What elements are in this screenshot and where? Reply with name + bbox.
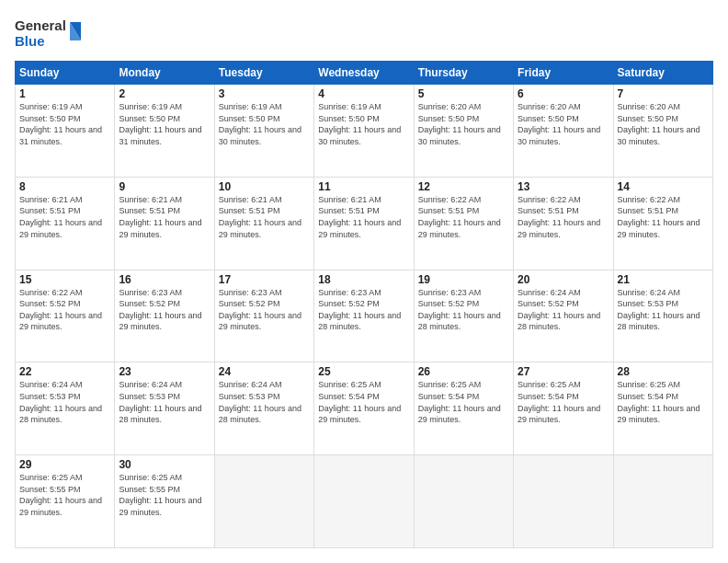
- calendar-cell: 30Sunrise: 6:25 AMSunset: 5:55 PMDayligh…: [115, 455, 214, 548]
- calendar-cell: [613, 455, 712, 548]
- calendar-cell: 16Sunrise: 6:23 AMSunset: 5:52 PMDayligh…: [115, 270, 214, 362]
- svg-text:Blue: Blue: [15, 33, 45, 49]
- calendar-cell: 7Sunrise: 6:20 AMSunset: 5:50 PMDaylight…: [613, 85, 712, 178]
- day-info: Sunrise: 6:20 AMSunset: 5:50 PMDaylight:…: [518, 101, 609, 147]
- day-number: 9: [119, 180, 210, 193]
- calendar-cell: 3Sunrise: 6:19 AMSunset: 5:50 PMDaylight…: [214, 85, 313, 178]
- day-number: 24: [219, 365, 310, 378]
- calendar-cell: 9Sunrise: 6:21 AMSunset: 5:51 PMDaylight…: [115, 177, 214, 270]
- day-number: 4: [318, 87, 409, 100]
- day-info: Sunrise: 6:21 AMSunset: 5:51 PMDaylight:…: [19, 194, 110, 240]
- day-number: 27: [518, 365, 609, 378]
- calendar-page: GeneralBlue SundayMondayTuesdayWednesday…: [0, 0, 728, 563]
- calendar-cell: 27Sunrise: 6:25 AMSunset: 5:54 PMDayligh…: [514, 362, 613, 455]
- day-number: 7: [618, 87, 709, 100]
- day-info: Sunrise: 6:24 AMSunset: 5:53 PMDaylight:…: [19, 379, 110, 425]
- calendar-cell: 21Sunrise: 6:24 AMSunset: 5:53 PMDayligh…: [613, 270, 712, 362]
- calendar-cell: 10Sunrise: 6:21 AMSunset: 5:51 PMDayligh…: [214, 177, 313, 270]
- calendar-cell: 24Sunrise: 6:24 AMSunset: 5:53 PMDayligh…: [214, 362, 313, 455]
- weekday-header-row: SundayMondayTuesdayWednesdayThursdayFrid…: [16, 62, 713, 85]
- day-info: Sunrise: 6:23 AMSunset: 5:52 PMDaylight:…: [418, 287, 509, 333]
- logo: GeneralBlue: [15, 15, 88, 52]
- day-info: Sunrise: 6:25 AMSunset: 5:54 PMDaylight:…: [618, 379, 709, 425]
- day-number: 30: [119, 458, 210, 471]
- day-number: 18: [318, 273, 409, 286]
- calendar-cell: 19Sunrise: 6:23 AMSunset: 5:52 PMDayligh…: [414, 270, 513, 362]
- day-info: Sunrise: 6:19 AMSunset: 5:50 PMDaylight:…: [318, 101, 409, 147]
- calendar-cell: 2Sunrise: 6:19 AMSunset: 5:50 PMDaylight…: [115, 85, 214, 178]
- calendar-cell: [214, 455, 313, 548]
- day-number: 3: [219, 87, 310, 100]
- day-number: 1: [19, 87, 110, 100]
- svg-text:General: General: [15, 17, 66, 33]
- calendar-cell: 15Sunrise: 6:22 AMSunset: 5:52 PMDayligh…: [16, 270, 115, 362]
- day-info: Sunrise: 6:25 AMSunset: 5:55 PMDaylight:…: [119, 472, 210, 518]
- day-info: Sunrise: 6:20 AMSunset: 5:50 PMDaylight:…: [618, 101, 709, 147]
- day-number: 12: [418, 180, 509, 193]
- day-number: 17: [219, 273, 310, 286]
- day-info: Sunrise: 6:25 AMSunset: 5:54 PMDaylight:…: [518, 379, 609, 425]
- day-number: 10: [219, 180, 310, 193]
- week-row-4: 29Sunrise: 6:25 AMSunset: 5:55 PMDayligh…: [16, 455, 713, 548]
- weekday-header-thursday: Thursday: [414, 62, 513, 85]
- day-number: 23: [119, 365, 210, 378]
- calendar-cell: 1Sunrise: 6:19 AMSunset: 5:50 PMDaylight…: [16, 85, 115, 178]
- day-number: 15: [19, 273, 110, 286]
- calendar-cell: 6Sunrise: 6:20 AMSunset: 5:50 PMDaylight…: [514, 85, 613, 178]
- day-number: 14: [618, 180, 709, 193]
- day-number: 25: [318, 365, 409, 378]
- day-number: 13: [518, 180, 609, 193]
- day-info: Sunrise: 6:25 AMSunset: 5:54 PMDaylight:…: [418, 379, 509, 425]
- day-number: 28: [618, 365, 709, 378]
- weekday-header-tuesday: Tuesday: [214, 62, 313, 85]
- day-number: 8: [19, 180, 110, 193]
- calendar-cell: 25Sunrise: 6:25 AMSunset: 5:54 PMDayligh…: [314, 362, 414, 455]
- day-number: 11: [318, 180, 409, 193]
- day-info: Sunrise: 6:21 AMSunset: 5:51 PMDaylight:…: [219, 194, 310, 240]
- calendar-cell: 11Sunrise: 6:21 AMSunset: 5:51 PMDayligh…: [314, 177, 414, 270]
- calendar-cell: [514, 455, 613, 548]
- day-info: Sunrise: 6:22 AMSunset: 5:51 PMDaylight:…: [418, 194, 509, 240]
- day-info: Sunrise: 6:24 AMSunset: 5:52 PMDaylight:…: [518, 287, 609, 333]
- calendar-cell: [414, 455, 513, 548]
- week-row-2: 15Sunrise: 6:22 AMSunset: 5:52 PMDayligh…: [16, 270, 713, 362]
- day-info: Sunrise: 6:24 AMSunset: 5:53 PMDaylight:…: [119, 379, 210, 425]
- calendar-cell: 23Sunrise: 6:24 AMSunset: 5:53 PMDayligh…: [115, 362, 214, 455]
- calendar-cell: 17Sunrise: 6:23 AMSunset: 5:52 PMDayligh…: [214, 270, 313, 362]
- day-info: Sunrise: 6:22 AMSunset: 5:51 PMDaylight:…: [618, 194, 709, 240]
- calendar-cell: 13Sunrise: 6:22 AMSunset: 5:51 PMDayligh…: [514, 177, 613, 270]
- calendar-cell: 12Sunrise: 6:22 AMSunset: 5:51 PMDayligh…: [414, 177, 513, 270]
- day-number: 2: [119, 87, 210, 100]
- day-info: Sunrise: 6:21 AMSunset: 5:51 PMDaylight:…: [119, 194, 210, 240]
- weekday-header-saturday: Saturday: [613, 62, 712, 85]
- day-info: Sunrise: 6:25 AMSunset: 5:55 PMDaylight:…: [19, 472, 110, 518]
- day-number: 6: [518, 87, 609, 100]
- day-number: 20: [518, 273, 609, 286]
- calendar-cell: 18Sunrise: 6:23 AMSunset: 5:52 PMDayligh…: [314, 270, 414, 362]
- logo-svg: GeneralBlue: [15, 15, 88, 52]
- calendar-cell: 5Sunrise: 6:20 AMSunset: 5:50 PMDaylight…: [414, 85, 513, 178]
- day-info: Sunrise: 6:24 AMSunset: 5:53 PMDaylight:…: [618, 287, 709, 333]
- week-row-0: 1Sunrise: 6:19 AMSunset: 5:50 PMDaylight…: [16, 85, 713, 178]
- weekday-header-friday: Friday: [514, 62, 613, 85]
- weekday-header-wednesday: Wednesday: [314, 62, 414, 85]
- calendar-cell: 28Sunrise: 6:25 AMSunset: 5:54 PMDayligh…: [613, 362, 712, 455]
- day-number: 19: [418, 273, 509, 286]
- day-number: 26: [418, 365, 509, 378]
- day-info: Sunrise: 6:20 AMSunset: 5:50 PMDaylight:…: [418, 101, 509, 147]
- day-info: Sunrise: 6:23 AMSunset: 5:52 PMDaylight:…: [318, 287, 409, 333]
- day-info: Sunrise: 6:23 AMSunset: 5:52 PMDaylight:…: [119, 287, 210, 333]
- weekday-header-sunday: Sunday: [16, 62, 115, 85]
- header: GeneralBlue: [15, 15, 713, 52]
- calendar-table: SundayMondayTuesdayWednesdayThursdayFrid…: [15, 61, 713, 548]
- calendar-cell: 22Sunrise: 6:24 AMSunset: 5:53 PMDayligh…: [16, 362, 115, 455]
- calendar-cell: 29Sunrise: 6:25 AMSunset: 5:55 PMDayligh…: [16, 455, 115, 548]
- calendar-cell: [314, 455, 414, 548]
- day-info: Sunrise: 6:24 AMSunset: 5:53 PMDaylight:…: [219, 379, 310, 425]
- day-info: Sunrise: 6:25 AMSunset: 5:54 PMDaylight:…: [318, 379, 409, 425]
- day-number: 29: [19, 458, 110, 471]
- day-number: 16: [119, 273, 210, 286]
- day-info: Sunrise: 6:19 AMSunset: 5:50 PMDaylight:…: [19, 101, 110, 147]
- day-number: 5: [418, 87, 509, 100]
- week-row-3: 22Sunrise: 6:24 AMSunset: 5:53 PMDayligh…: [16, 362, 713, 455]
